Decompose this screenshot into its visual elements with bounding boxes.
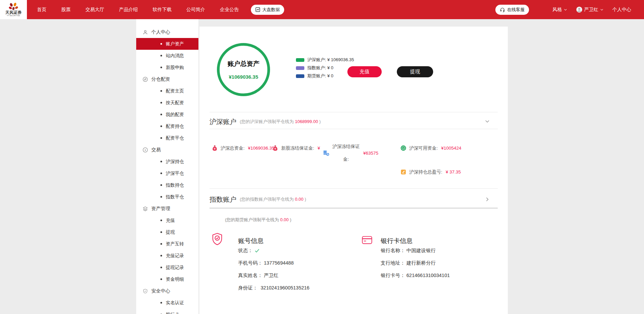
sidebar-item-deposit[interactable]: 充值 [136,214,198,226]
online-service-button[interactable]: 在线客服 [495,5,529,15]
section-label: 交易 [151,147,161,153]
logo[interactable]: 天风证券 TF SECURITIES [0,0,27,19]
index-account-header: 指数账户 (您的指数账户强制平仓线为 0.00 ) [210,193,306,206]
stat-value: ¥1005424 [441,146,461,151]
sidebar-item-hs-positions[interactable]: 沪深持仓 [136,156,198,167]
item-label: 充值记录 [166,253,184,259]
sidebar-item-withdraw-records[interactable]: 提现记录 [136,262,198,273]
market-data-button[interactable]: 大盘数据 [251,5,284,15]
sidebar-section-asset-management[interactable]: 资产管理 [136,203,198,214]
hs-account-subtitle: (您的沪深账户强制平仓线为 1068999.00 ) [240,119,321,125]
item-label: 提现记录 [166,265,184,271]
nav-item-downloads[interactable]: 软件下载 [145,0,179,19]
chevron-right-icon[interactable] [485,197,490,202]
item-label: 站内消息 [166,53,184,59]
nav-item-stocks[interactable]: 股票 [54,0,78,19]
sidebar-item-account-assets[interactable]: 账户资产 [136,38,198,50]
sidebar-item-index-positions[interactable]: 指数持仓 [136,179,198,191]
bank-info-title: 银行卡信息 [381,237,413,245]
stat-hs-available-funds: ¥ 沪深可用资金: ¥1005424 [400,145,461,151]
sidebar-item-allocation-home[interactable]: 配资主页 [136,85,198,97]
item-label: 新股申购 [166,65,184,71]
legend-swatch-hs [296,58,304,62]
real-name-value: 严卫红 [264,272,279,279]
withdraw-button[interactable]: 提现 [397,66,433,77]
legend-label: 指数账户: ¥ 0 [307,65,333,71]
sidebar-item-real-name-verification[interactable]: 实名认证 [136,297,198,309]
sidebar-item-daily-allocation[interactable]: 按天配资 [136,97,198,109]
bullet-icon [160,137,162,139]
id-card-label: 身份证： [238,285,258,291]
main-panel: 账户总资产 ¥1069036.35 沪深账户: ¥ 1069036.35 指数账… [199,27,508,314]
moneybag-icon: ¥ [212,145,218,151]
divider [210,188,498,189]
nav-item-products[interactable]: 产品介绍 [112,0,145,19]
chart-icon [255,7,260,12]
style-label: 风格 [553,7,562,13]
legend-row-futures: 期货账户: ¥ 0 [296,74,354,78]
sidebar: 个人中心 账户资产 站内消息 新股申购 分仓配资 配资主页 按天配资 我的配资 … [136,19,198,314]
bullet-icon [160,302,162,304]
logo-title: 天风证券 [5,10,22,14]
sidebar-item-asset-transfer[interactable]: 资产互转 [136,238,198,250]
accounts-legend: 沪深账户: ¥ 1069036.35 指数账户: ¥ 0 期货账户: ¥ 0 [296,57,354,82]
nav-item-trading-hall[interactable]: 交易大厅 [78,0,112,19]
card-number-label: 银行卡号： [381,272,405,279]
nav-personal-center[interactable]: 个人中心 [612,0,631,19]
item-label: 银行卡 [166,312,180,314]
hs-account-title: 沪深账户 [210,117,236,126]
nav-item-home[interactable]: 首页 [30,0,54,19]
stat-hs-total-pnl: 沪深持仓总盈亏: ¥ 37.35 [400,169,461,175]
sidebar-item-hs-close[interactable]: 沪深平仓 [136,167,198,179]
sidebar-item-fund-details[interactable]: 资金明细 [136,273,198,285]
sidebar-item-deposit-records[interactable]: 充值记录 [136,250,198,262]
item-label: 配资平仓 [166,135,184,141]
branch-row: 支行地址： 建行新桥分行 [381,260,450,266]
sidebar-section-personal-center[interactable]: 个人中心 [136,26,198,38]
avatar [576,6,582,13]
shield-icon [143,288,148,294]
item-label: 配资持仓 [166,123,184,129]
status-label: 状态： [238,247,253,254]
item-label: 我的配资 [166,112,184,118]
sidebar-item-allocation-close[interactable]: 配资平仓 [136,132,198,144]
nav-item-company[interactable]: 公司简介 [179,0,213,19]
section-label: 安全中心 [151,288,170,294]
sidebar-section-trading[interactable]: ¥ 交易 [136,144,198,156]
shield-check-icon [212,232,223,246]
logo-flower-icon [8,3,18,10]
sidebar-item-site-messages[interactable]: 站内消息 [136,50,198,62]
bullet-icon [160,278,162,280]
sidebar-item-my-allocation[interactable]: 我的配资 [136,109,198,120]
nav-item-announcements[interactable]: 企业公告 [213,0,246,19]
index-account-subtitle: (您的指数账户强制平仓线为 0.00 ) [240,196,306,202]
stat-new-stock-frozen-margin: ¥ 新股冻结保证金: ¥ [272,145,320,151]
sidebar-item-bank-card[interactable]: 银行卡 [136,309,198,314]
account-info-title: 账号信息 [238,237,264,245]
sidebar-section-security-center[interactable]: 安全中心 [136,285,198,297]
exchange-icon [143,77,148,82]
bank-card-icon [362,236,372,244]
item-label: 资金明细 [166,276,184,282]
sidebar-section-allocation[interactable]: 分仓配资 [136,73,198,85]
hs-liquidation-value: 1068999.00 [295,119,318,124]
item-label: 资产互转 [166,241,184,247]
market-data-label: 大盘数据 [262,7,280,13]
bullet-icon [160,255,162,257]
sidebar-item-index-close[interactable]: 指数平仓 [136,191,198,203]
sidebar-item-allocation-positions[interactable]: 配资持仓 [136,120,198,132]
bullet-icon [160,267,162,268]
bank-name-row: 银行名称： 中国建设银行 [381,248,450,253]
sidebar-item-new-stock-subscription[interactable]: 新股申购 [136,62,198,73]
recharge-button[interactable]: 充值 [347,66,382,77]
chevron-down-icon[interactable] [485,119,490,124]
user-dropdown[interactable]: 严卫红 [576,6,604,13]
branch-label: 支行地址： [381,260,405,266]
sidebar-item-withdraw[interactable]: 提现 [136,226,198,238]
futures-liquidation-value: 0.00 [280,217,289,222]
item-label: 实名认证 [166,300,184,306]
legend-label: 期货账户: ¥ 0 [307,73,333,79]
item-label: 充值 [166,218,175,224]
status-row: 状态： [238,248,309,253]
style-dropdown[interactable]: 风格 [553,7,567,13]
